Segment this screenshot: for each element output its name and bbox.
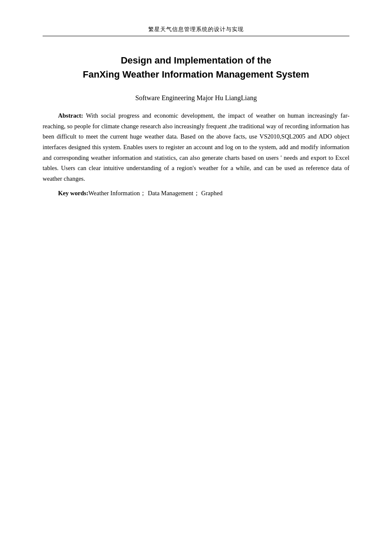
keywords-label: Key words:	[58, 190, 88, 197]
abstract-body: With social progress and economic develo…	[43, 112, 349, 182]
header-divider	[43, 36, 349, 36]
main-title: Design and Implementation of the FanXing…	[43, 53, 349, 81]
keywords-section: Key words:Weather Information； Data Mana…	[43, 188, 349, 199]
keywords-items: Weather Information； Data Management； Gr…	[89, 190, 223, 197]
header-chinese-title: 繁星天气信息管理系统的设计与实现	[43, 26, 349, 33]
page-header: 繁星天气信息管理系统的设计与实现	[43, 26, 349, 36]
abstract-label: Abstract:	[58, 112, 83, 119]
author-line: Software Engineering Major Hu LiangLiang	[43, 94, 349, 102]
title-section: Design and Implementation of the FanXing…	[43, 53, 349, 81]
page: 繁星天气信息管理系统的设计与实现 Design and Implementati…	[0, 0, 392, 555]
abstract-section: Abstract: With social progress and econo…	[43, 110, 349, 184]
